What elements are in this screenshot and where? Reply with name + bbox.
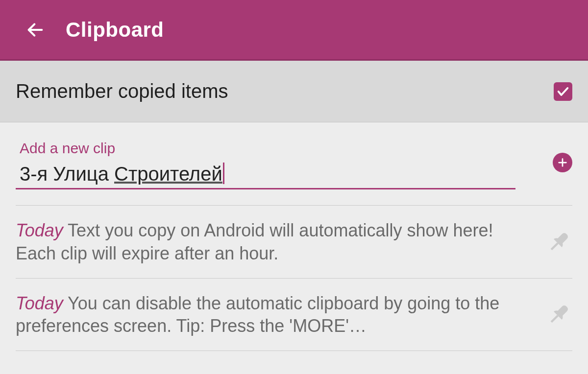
pin-icon	[545, 301, 572, 328]
clip-text: Today You can disable the automatic clip…	[16, 292, 506, 338]
clip-text: Today Text you copy on Android will auto…	[16, 219, 506, 265]
add-clip-value-underlined: Строителей	[114, 163, 222, 185]
back-button[interactable]	[24, 18, 47, 42]
plus-icon	[557, 157, 568, 168]
add-clip-section: Add a new clip 3-я Улица Строителей	[16, 122, 572, 206]
add-clip-input[interactable]: 3-я Улица Строителей	[16, 161, 515, 189]
text-cursor	[223, 163, 224, 184]
content-area: Add a new clip 3-я Улица Строителей Toda…	[0, 122, 588, 351]
clip-time: Today	[16, 293, 63, 313]
add-clip-value-plain: 3-я Улица	[20, 163, 114, 185]
app-title: Clipboard	[66, 18, 164, 42]
pin-button[interactable]	[545, 301, 572, 328]
checkmark-icon	[556, 85, 570, 98]
svg-rect-3	[551, 242, 559, 250]
pin-button[interactable]	[545, 229, 572, 256]
clip-item[interactable]: Today You can disable the automatic clip…	[16, 279, 572, 351]
clip-body: Text you copy on Android will automatica…	[16, 220, 493, 263]
clip-body: You can disable the automatic clipboard …	[16, 293, 499, 336]
remember-checkbox[interactable]	[554, 82, 572, 101]
remember-row[interactable]: Remember copied items	[0, 61, 588, 122]
add-clip-label: Add a new clip	[20, 140, 572, 157]
clip-time: Today	[16, 220, 63, 240]
add-clip-button[interactable]	[553, 153, 572, 172]
clip-item[interactable]: Today Text you copy on Android will auto…	[16, 206, 572, 279]
remember-label: Remember copied items	[16, 80, 228, 102]
app-bar: Clipboard	[0, 0, 588, 61]
pin-icon	[545, 229, 572, 256]
arrow-back-icon	[25, 20, 45, 40]
svg-rect-4	[551, 315, 559, 323]
